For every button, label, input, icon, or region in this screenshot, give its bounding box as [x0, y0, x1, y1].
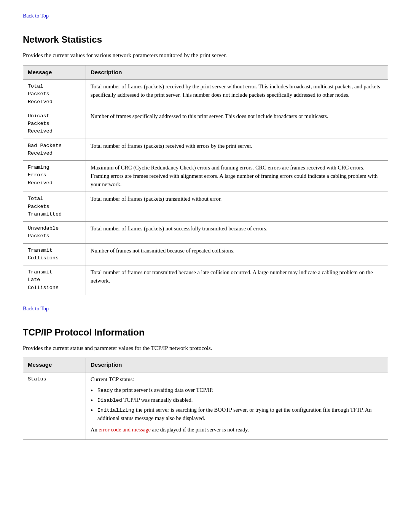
network-description-cell: Total number of frames (packets) not suc… [86, 222, 388, 244]
tcpip-message-cell: Status [23, 372, 86, 439]
network-description-cell: Total number of frames (packets) receive… [86, 80, 388, 109]
table-row: Framing Errors ReceivedMaximum of CRC (C… [23, 161, 388, 192]
tcpip-bullet-list: Ready the print server is awaiting data … [91, 386, 383, 423]
network-table-header-description: Description [86, 65, 388, 80]
network-description-cell: Number of frames not transmitted because… [86, 243, 388, 265]
list-item: Initializing the print server is searchi… [91, 406, 383, 423]
network-message-cell: Total Packets Transmitted [23, 192, 86, 222]
network-message-cell: Unicast Packets Received [23, 109, 86, 139]
table-row: StatusCurrent TCP status:Ready the print… [23, 372, 388, 439]
network-message-cell: Framing Errors Received [23, 161, 86, 192]
network-statistics-intro: Provides the current values for various … [23, 51, 388, 60]
network-message-cell: Transmit Late Collisions [23, 265, 86, 295]
status-code: Disabled [97, 398, 122, 403]
tcpip-table: Message Description StatusCurrent TCP st… [23, 358, 388, 440]
status-code: Ready [97, 388, 113, 393]
network-message-cell: Bad Packets Received [23, 139, 86, 161]
network-message-cell: Transmit Collisions [23, 243, 86, 265]
network-message-cell: Unsendable Packets [23, 222, 86, 244]
back-to-top-link-top[interactable]: Back to Top [23, 12, 49, 20]
back-to-top-link-mid[interactable]: Back to Top [23, 305, 49, 313]
tcpip-table-header-message: Message [23, 358, 86, 372]
list-item: Ready the print server is awaiting data … [91, 386, 383, 395]
tcpip-description-cell: Current TCP status:Ready the print serve… [86, 372, 388, 439]
network-statistics-title: Network Statistics [23, 33, 388, 46]
network-message-cell: Total Packets Received [23, 80, 86, 109]
network-description-cell: Total number of frames not transmitted b… [86, 265, 388, 295]
table-row: Bad Packets ReceivedTotal number of fram… [23, 139, 388, 161]
tcpip-title: TCP/IP Protocol Information [23, 326, 388, 339]
network-description-cell: Maximum of CRC (Cyclic Redundancy Check)… [86, 161, 388, 192]
table-row: Unicast Packets ReceivedNumber of frames… [23, 109, 388, 139]
table-row: Transmit Late CollisionsTotal number of … [23, 265, 388, 295]
error-code-link[interactable]: error code and message [99, 427, 150, 433]
table-row: Transmit CollisionsNumber of frames not … [23, 243, 388, 265]
tcpip-table-header-description: Description [86, 358, 388, 372]
tcpip-intro: Provides the current status and paramete… [23, 344, 388, 353]
tcpip-footer: An error code and message are displayed … [91, 426, 383, 434]
network-description-cell: Number of frames specifically addressed … [86, 109, 388, 139]
network-table-header-message: Message [23, 65, 86, 80]
tcpip-status-label: Current TCP status: [91, 375, 383, 384]
table-row: Total Packets ReceivedTotal number of fr… [23, 80, 388, 109]
network-description-cell: Total number of frames (packets) transmi… [86, 192, 388, 222]
network-statistics-table: Message Description Total Packets Receiv… [23, 65, 388, 295]
table-row: Unsendable PacketsTotal number of frames… [23, 222, 388, 244]
table-row: Total Packets TransmittedTotal number of… [23, 192, 388, 222]
network-description-cell: Total number of frames (packets) receive… [86, 139, 388, 161]
status-code: Initializing [97, 407, 134, 413]
list-item: Disabled TCP/IP was manually disabled. [91, 396, 383, 404]
